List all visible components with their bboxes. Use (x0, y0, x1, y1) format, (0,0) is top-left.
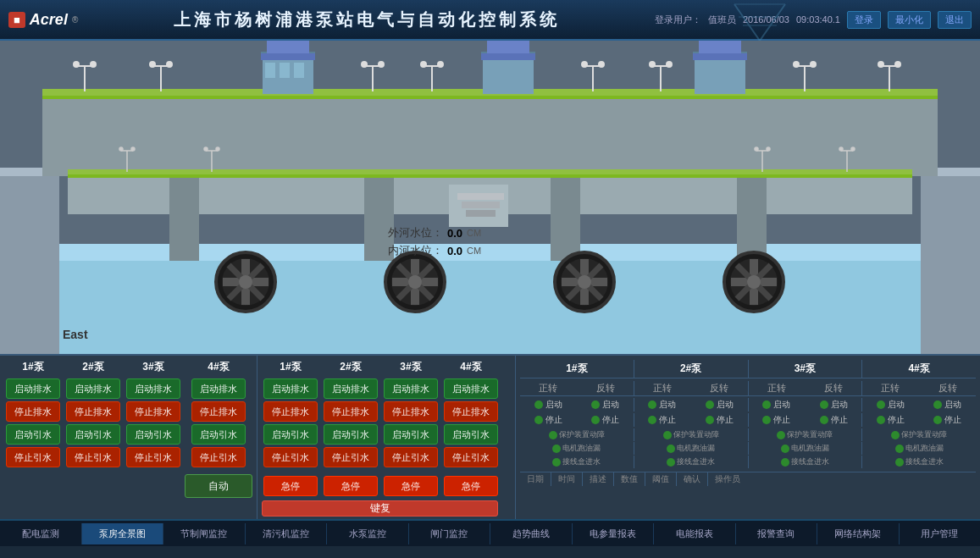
pump-2-fault-2-led (667, 445, 675, 453)
pump-1-mid-stop-drain[interactable]: 停止排水 (263, 401, 318, 422)
nav-alarm-query[interactable]: 报警查询 (736, 523, 818, 544)
mid-pumps-row: 1#泵 启动排水 停止排水 启动引水 停止引水 急停 2#泵 启动排水 停止排水… (262, 360, 511, 496)
pump-2-start-drain[interactable]: 启动排水 (66, 378, 120, 399)
pump-1-mid-stop-draw[interactable]: 停止引水 (263, 447, 318, 467)
nav-network-structure[interactable]: 网络结构架 (817, 523, 900, 544)
pump-4-start-draw[interactable]: 启动引水 (191, 424, 246, 445)
pump-4-start-drain[interactable]: 启动排水 (191, 378, 246, 399)
pump-2-fwd-stop-led (648, 416, 656, 424)
svg-rect-34 (693, 53, 747, 60)
pump-4-emergency-stop[interactable]: 急停 (444, 476, 498, 496)
pump-2-fault-1: 保护装置动障 (634, 428, 749, 441)
svg-point-81 (839, 147, 843, 151)
pump-4-fwd-stop-led (877, 416, 885, 424)
svg-rect-24 (294, 63, 304, 78)
pump-1-reverse-label: 反转 (577, 381, 633, 395)
nav-gate-control[interactable]: 节制闸监控 (163, 523, 246, 544)
pump-3-emergency-stop[interactable]: 急停 (384, 476, 438, 496)
pump-2-stop-draw[interactable]: 停止引水 (66, 447, 120, 467)
pump-3-left-title: 3#泵 (142, 360, 163, 374)
pump-3-start-draw[interactable]: 启动引水 (126, 424, 180, 445)
pump-2-rev-start-led (706, 401, 714, 409)
pump-1-mid-start-drain[interactable]: 启动排水 (263, 378, 318, 399)
pump-3-mid-col: 3#泵 启动排水 停止排水 启动引水 停止引水 急停 (382, 360, 440, 496)
pump-3-forward-label: 正转 (749, 381, 806, 395)
svg-point-95 (239, 275, 252, 289)
pump-4-mid-start-drain[interactable]: 启动排水 (444, 378, 498, 399)
svg-point-82 (851, 147, 855, 151)
svg-rect-88 (68, 174, 912, 178)
pump-3-mid-stop-draw[interactable]: 停止引水 (384, 447, 438, 467)
pump-3-mid-start-drain[interactable]: 启动排水 (384, 378, 438, 399)
pump-3-rev-stop: 停止 (806, 413, 861, 427)
reset-button[interactable]: 键复 (262, 500, 498, 517)
pump-1-mid-start-draw[interactable]: 启动引水 (263, 424, 318, 445)
pump-2-mid-start-drain[interactable]: 启动排水 (324, 378, 378, 399)
svg-point-45 (362, 62, 367, 67)
pump-4-forward-label: 正转 (862, 381, 919, 395)
pump-4-mid-title: 4#泵 (460, 360, 481, 374)
status-pump-2-title: 2#泵 (634, 360, 749, 378)
pump-2-mid-start-draw[interactable]: 启动引水 (324, 424, 378, 445)
pump-4-fault-2-led (895, 445, 904, 453)
svg-rect-26 (261, 53, 315, 60)
pump-2-start-draw[interactable]: 启动引水 (66, 424, 120, 445)
pump-2-mid-stop-draw[interactable]: 停止引水 (324, 447, 378, 467)
login-button[interactable]: 登录 (847, 11, 881, 29)
pump-4-reverse-label: 反转 (920, 381, 976, 395)
pump-4-stop-drain[interactable]: 停止排水 (191, 401, 246, 422)
minimize-button[interactable]: 最小化 (888, 11, 931, 29)
svg-rect-7 (0, 244, 980, 261)
pump-3-fault-2-led (781, 445, 789, 453)
pump-3-start-drain[interactable]: 启动排水 (126, 378, 180, 399)
pump-2-mid-stop-drain[interactable]: 停止排水 (324, 401, 378, 422)
pump-1-left-col: 1#泵 启动排水 停止排水 启动引水 停止引水 (4, 360, 62, 515)
pump-1-start-drain[interactable]: 启动排水 (6, 378, 60, 399)
pump-2-fwd-stop: 停止 (634, 413, 691, 427)
pump-2-dirs: 正转 反转 (634, 381, 749, 395)
pump-1-emergency-stop[interactable]: 急停 (263, 476, 318, 496)
svg-point-38 (91, 62, 96, 67)
svg-rect-30 (481, 53, 535, 60)
nav-energy-report[interactable]: 电能报表 (654, 523, 736, 544)
pump-2-reverse-label: 反转 (691, 381, 747, 395)
pump-3-fwd-stop: 停止 (749, 413, 806, 427)
pump-4-rev-start: 启动 (920, 398, 976, 412)
pump-4-stop-draw[interactable]: 停止引水 (191, 447, 246, 467)
auto-button[interactable]: 自动 (185, 474, 252, 498)
pump-2-emergency-stop[interactable]: 急停 (324, 476, 378, 496)
pump-1-stop-draw[interactable]: 停止引水 (6, 447, 60, 467)
pump-3-stop-draw[interactable]: 停止引水 (126, 447, 180, 467)
pump-4-mid-stop-draw[interactable]: 停止引水 (444, 447, 498, 467)
nav-trend-curve[interactable]: 趋势曲线 (490, 523, 573, 544)
pump-1-fault-2: 电机跑油漏 (520, 442, 634, 455)
pump-4-mid-start-draw[interactable]: 启动引水 (444, 424, 498, 445)
nav-power-monitor[interactable]: 配电监测 (0, 523, 82, 544)
pump-3-mid-stop-drain[interactable]: 停止排水 (384, 401, 438, 422)
pump-2-stop-drain[interactable]: 停止排水 (66, 401, 120, 422)
pump-3-stop-drain[interactable]: 停止排水 (126, 401, 180, 422)
log-value-col: 数值 (614, 472, 645, 486)
nav-cleaner-monitor[interactable]: 清污机监控 (246, 523, 328, 544)
pump-4-mid-stop-drain[interactable]: 停止排水 (444, 401, 498, 422)
pump-3-mid-start-draw[interactable]: 启动引水 (384, 424, 438, 445)
exit-button[interactable]: 退出 (938, 11, 972, 29)
svg-rect-10 (921, 168, 980, 354)
pump-2-start-ind: 启动 启动 (634, 398, 749, 412)
pump-4-fault-1-led (891, 431, 900, 439)
pump-1-stop-drain[interactable]: 停止排水 (6, 401, 60, 422)
nav-electric-report[interactable]: 电参量报表 (573, 523, 655, 544)
pump-1-rev-start: 启动 (577, 398, 633, 412)
nav-floodgate-monitor[interactable]: 闸门监控 (409, 523, 491, 544)
svg-point-62 (811, 62, 816, 67)
logo: ■ Acrel ® (8, 11, 78, 29)
pump-3-fault-2: 电机跑油漏 (749, 442, 863, 455)
pump-1-start-draw[interactable]: 启动引水 (6, 424, 60, 445)
nav-pump-monitor[interactable]: 水泵监控 (327, 523, 409, 544)
nav-user-management[interactable]: 用户管理 (900, 523, 981, 544)
svg-point-53 (582, 62, 587, 67)
nav-pump-overview[interactable]: 泵房全景图 (82, 523, 164, 544)
svg-rect-23 (280, 63, 290, 78)
current-time: 09:03:40.1 (796, 14, 840, 25)
pump-2-mid-col: 2#泵 启动排水 停止排水 启动引水 停止引水 急停 (322, 360, 379, 496)
